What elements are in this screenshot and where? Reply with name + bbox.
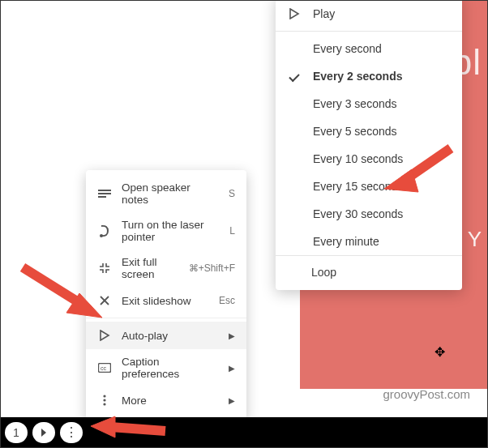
next-slide-button[interactable] bbox=[32, 422, 55, 443]
submenu-item-label: Every minute bbox=[313, 235, 449, 248]
menu-item-shortcut: Esc bbox=[219, 295, 235, 306]
watermark: groovyPost.com bbox=[383, 387, 470, 401]
play-icon bbox=[97, 328, 112, 343]
screenshot-stage: Simpl By Y Open speaker notes S Turn on … bbox=[0, 0, 488, 448]
menu-separator bbox=[276, 31, 462, 32]
close-icon bbox=[97, 293, 112, 308]
submenu-arrow-icon: ▶ bbox=[229, 396, 235, 405]
check-icon bbox=[287, 74, 302, 79]
submenu-arrow-icon: ▶ bbox=[229, 364, 235, 373]
menu-item-shortcut: S bbox=[229, 188, 235, 199]
autoplay-submenu: Play Every secondEvery 2 secondsEvery 3 … bbox=[276, 0, 462, 290]
svg-point-3 bbox=[100, 234, 103, 237]
menu-item-laser-pointer[interactable]: Turn on the laser pointer L bbox=[86, 212, 246, 250]
menu-item-exit-slideshow[interactable]: Exit slideshow Esc bbox=[86, 287, 246, 314]
menu-item-label: Exit slideshow bbox=[122, 295, 209, 307]
menu-item-exit-full-screen[interactable]: Exit full screen ⌘+Shift+F bbox=[86, 250, 246, 287]
submenu-item-interval[interactable]: Every second bbox=[276, 35, 462, 62]
submenu-item-interval[interactable]: Every 5 seconds bbox=[276, 117, 462, 145]
more-icon bbox=[97, 393, 112, 407]
chevron-right-icon bbox=[41, 429, 46, 437]
submenu-item-interval[interactable]: Every 10 seconds bbox=[276, 145, 462, 173]
menu-item-auto-play[interactable]: Auto-play ▶ bbox=[86, 322, 246, 349]
submenu-item-label: Every 10 seconds bbox=[313, 152, 449, 165]
svg-point-10 bbox=[103, 399, 105, 401]
svg-point-11 bbox=[103, 403, 105, 405]
submenu-item-label: Play bbox=[313, 7, 449, 20]
menu-item-label: More bbox=[122, 395, 219, 407]
submenu-item-interval[interactable]: Every 2 seconds bbox=[276, 62, 462, 90]
menu-item-shortcut: L bbox=[229, 225, 235, 237]
submenu-item-label: Every 2 seconds bbox=[313, 70, 449, 83]
submenu-item-interval[interactable]: Every 3 seconds bbox=[276, 90, 462, 117]
svg-text:cc: cc bbox=[101, 365, 107, 371]
menu-item-open-speaker-notes[interactable]: Open speaker notes S bbox=[86, 175, 246, 212]
laser-icon bbox=[97, 224, 112, 238]
presenter-context-menu: Open speaker notes S Turn on the laser p… bbox=[86, 170, 246, 419]
slide-number: 1 bbox=[13, 426, 19, 439]
svg-marker-6 bbox=[101, 331, 109, 340]
menu-item-label: Open speaker notes bbox=[122, 181, 219, 206]
submenu-item-interval[interactable]: Every 15 seconds bbox=[276, 173, 462, 200]
menu-item-label: Turn on the laser pointer bbox=[122, 219, 220, 243]
submenu-item-label: Every 3 seconds bbox=[313, 97, 449, 110]
submenu-item-play[interactable]: Play bbox=[276, 0, 462, 28]
menu-item-shortcut: ⌘+Shift+F bbox=[189, 262, 235, 274]
svg-point-9 bbox=[103, 395, 105, 397]
submenu-arrow-icon: ▶ bbox=[229, 331, 235, 340]
submenu-item-interval[interactable]: Every 30 seconds bbox=[276, 200, 462, 228]
menu-item-more[interactable]: More ▶ bbox=[86, 386, 246, 414]
menu-item-caption-preferences[interactable]: cc Caption preferences ▶ bbox=[86, 349, 246, 386]
menu-item-label: Auto-play bbox=[122, 330, 219, 342]
submenu-item-label: Every second bbox=[313, 42, 449, 55]
submenu-item-label: Loop bbox=[311, 266, 336, 279]
submenu-item-label: Every 15 seconds bbox=[313, 180, 449, 193]
exit-fullscreen-icon bbox=[97, 261, 112, 275]
captions-icon: cc bbox=[97, 361, 112, 375]
submenu-item-label: Every 30 seconds bbox=[313, 207, 449, 220]
slide-number-pill[interactable]: 1 bbox=[5, 422, 28, 443]
submenu-item-interval[interactable]: Every minute bbox=[276, 228, 462, 255]
menu-item-label: Caption preferences bbox=[122, 356, 219, 380]
play-icon bbox=[287, 8, 302, 19]
submenu-item-loop[interactable]: Loop bbox=[276, 255, 462, 290]
svg-marker-12 bbox=[290, 9, 298, 19]
svg-line-13 bbox=[23, 267, 81, 304]
menu-separator bbox=[86, 318, 246, 318]
submenu-item-label: Every 5 seconds bbox=[313, 125, 449, 138]
menu-item-label: Exit full screen bbox=[122, 256, 179, 280]
notes-icon bbox=[97, 186, 112, 201]
more-options-button[interactable]: ⋮ bbox=[60, 422, 83, 443]
